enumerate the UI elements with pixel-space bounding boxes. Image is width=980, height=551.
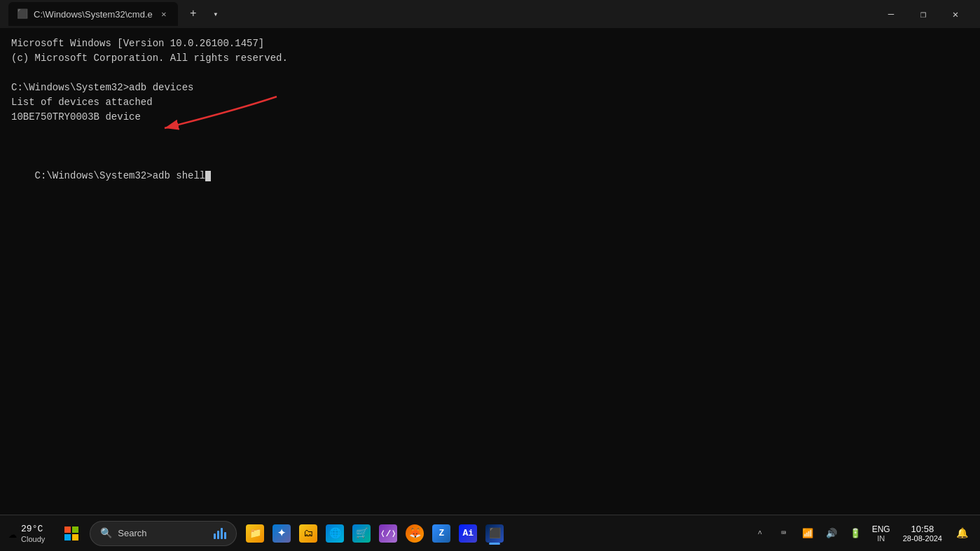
terminal-line-9: C:\Windows\System32>adb shell (11, 154, 969, 198)
search-magnifier-icon: 🔍 (100, 527, 112, 539)
maximize-button[interactable]: ❐ (907, 0, 939, 28)
clock-time: 10:58 (911, 524, 934, 534)
taskbar-pinned-apps: 📁 ✦ 🗂 🌐 🛒 ❬/❭ 🦊 Z Ai (242, 521, 507, 546)
taskbar-search-bar[interactable]: 🔍 Search (90, 521, 237, 546)
terminal-window[interactable]: Microsoft Windows [Version 10.0.26100.14… (0, 28, 980, 515)
terminal-line-8 (11, 139, 969, 154)
tray-battery-icon[interactable]: 🔋 (846, 524, 865, 543)
weather-widget[interactable]: ☁ 29°C Cloudy (8, 524, 50, 543)
minimize-button[interactable]: — (875, 0, 907, 28)
language-indicator[interactable]: ENG IN (869, 523, 893, 544)
terminal-cursor (205, 171, 211, 181)
notification-bell-icon[interactable]: 🔔 (952, 524, 972, 543)
taskbar-firefox-icon[interactable]: 🦊 (402, 521, 427, 546)
tray-keyboard-icon[interactable]: ⌨ (774, 524, 794, 543)
tab-close-button[interactable]: ✕ (158, 8, 170, 20)
taskbar-vscode-icon[interactable]: ❬/❭ (375, 521, 401, 546)
weather-temperature: 29°C (21, 524, 43, 534)
terminal-line-7 (11, 125, 969, 139)
title-bar: ⬛ C:\Windows\System32\cmd.e ✕ + ▾ — ❐ ✕ (0, 0, 980, 28)
terminal-line-2: (c) Microsoft Corporation. All rights re… (11, 51, 969, 66)
window-controls: — ❐ ✕ (875, 0, 972, 28)
taskbar: ☁ 29°C Cloudy 🔍 Search 📁 (0, 515, 980, 551)
weather-condition: Cloudy (21, 535, 45, 543)
terminal-line-3 (11, 66, 969, 81)
terminal-line-5: List of devices attached (11, 95, 969, 110)
taskbar-edge-icon[interactable]: 🌐 (322, 521, 347, 546)
tray-chevron-button[interactable]: ^ (750, 524, 770, 543)
svg-rect-3 (64, 534, 71, 540)
taskbar-folder-icon[interactable]: 🗂 (296, 521, 321, 546)
close-button[interactable]: ✕ (939, 0, 972, 28)
active-tab[interactable]: ⬛ C:\Windows\System32\cmd.e ✕ (8, 2, 178, 26)
weather-info: 29°C Cloudy (21, 524, 45, 543)
svg-rect-4 (72, 534, 78, 540)
new-tab-button[interactable]: + (184, 4, 203, 24)
cortana-icon (214, 528, 226, 539)
windows-logo-icon (64, 526, 78, 540)
tray-speaker-icon[interactable]: 🔊 (822, 524, 841, 543)
tray-wifi-icon[interactable]: 📶 (798, 524, 817, 543)
taskbar-file-explorer-icon[interactable]: 📁 (242, 521, 268, 546)
svg-rect-1 (64, 526, 71, 533)
cmd-icon: ⬛ (17, 8, 28, 20)
start-button[interactable] (59, 521, 84, 546)
tab-label: C:\Windows\System32\cmd.e (34, 9, 153, 20)
tab-actions: + ▾ (184, 4, 226, 24)
system-clock[interactable]: 10:58 28-08-2024 (897, 522, 948, 544)
system-tray: ^ ⌨ 📶 🔊 🔋 ENG IN 10:58 28-08-2024 🔔 (750, 522, 972, 544)
taskbar-zoom-icon[interactable]: Z (429, 521, 454, 546)
taskbar-terminal-icon[interactable]: ⬛ (482, 521, 507, 546)
lang-sub: IN (877, 534, 885, 543)
tab-dropdown-button[interactable]: ▾ (206, 4, 226, 24)
taskbar-bing-icon[interactable]: ✦ (269, 521, 294, 546)
weather-icon: ☁ (8, 524, 17, 542)
terminal-line-1: Microsoft Windows [Version 10.0.26100.14… (11, 36, 969, 51)
taskbar-adobe-icon[interactable]: Ai (455, 521, 481, 546)
lang-main: ENG (872, 524, 890, 534)
clock-date: 28-08-2024 (903, 534, 942, 543)
search-label: Search (118, 528, 146, 538)
svg-rect-2 (72, 526, 78, 533)
terminal-line-4: C:\Windows\System32>adb devices (11, 81, 969, 95)
taskbar-store-icon[interactable]: 🛒 (349, 521, 374, 546)
terminal-line-6: 10BE750TRY0003B device (11, 110, 969, 125)
